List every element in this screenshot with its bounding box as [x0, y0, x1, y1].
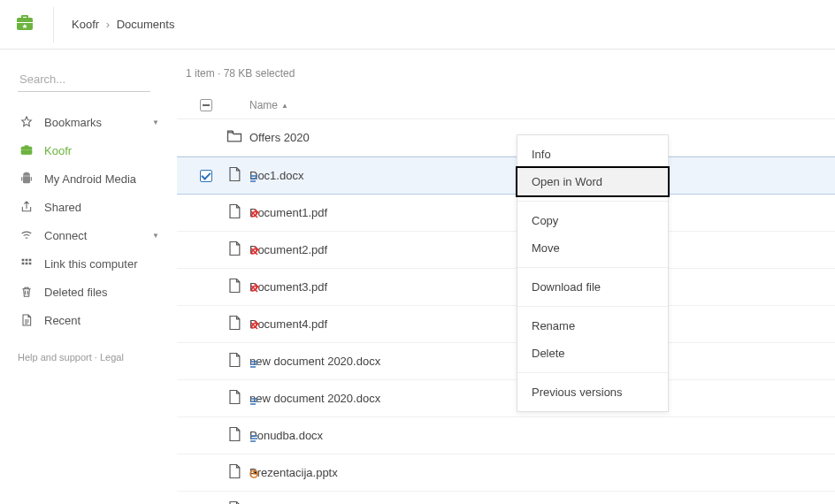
- sidebar-item-shared[interactable]: Shared: [18, 193, 159, 221]
- table-row[interactable]: Doc1.docx: [177, 157, 835, 195]
- sidebar-item-label: Recent: [44, 314, 159, 327]
- legal-link[interactable]: Legal: [100, 352, 124, 363]
- menu-item-rename[interactable]: Rename: [517, 312, 668, 340]
- menu-item-download[interactable]: Download file: [517, 273, 668, 301]
- menu-item-info[interactable]: Info: [517, 141, 668, 168]
- menu-item-copy[interactable]: Copy: [517, 207, 668, 234]
- briefcase-icon: [18, 143, 35, 157]
- table-row[interactable]: new document 2020.docx: [177, 343, 835, 380]
- content-area: 1 item · 78 KB selected Name ▲ Offers 20…: [177, 50, 835, 504]
- sidebar-item-label: Shared: [44, 201, 159, 214]
- wifi-icon: [18, 228, 35, 242]
- sidebar-item-label: Deleted files: [44, 286, 159, 299]
- footer-links: Help and support · Legal: [18, 352, 159, 363]
- breadcrumb-current: Documents: [117, 18, 175, 31]
- menu-item-open-word[interactable]: Open in Word: [517, 168, 668, 195]
- sidebar-item-label: Link this computer: [44, 257, 159, 271]
- sidebar-item-label: My Android Media: [44, 172, 159, 186]
- table-row[interactable]: ScanPro 15 Sep 2020 14.43.pdf: [177, 492, 835, 504]
- sidebar-item-link[interactable]: Link this computer: [18, 249, 159, 278]
- file-pdf-icon: [226, 276, 243, 298]
- sort-by-name[interactable]: Name ▲: [249, 99, 826, 111]
- file-docx-icon: [226, 350, 243, 372]
- table-row[interactable]: Document2.pdf: [177, 232, 835, 269]
- sidebar-item-android[interactable]: My Android Media: [18, 164, 159, 193]
- chevron-right-icon: ›: [106, 18, 110, 31]
- table-row[interactable]: Document4.pdf: [177, 306, 835, 343]
- recent-icon: [18, 313, 35, 327]
- selection-status: 1 item · 78 KB selected: [177, 67, 835, 92]
- sort-asc-icon: ▲: [281, 102, 288, 110]
- file-pptx-icon: [226, 462, 243, 484]
- menu-item-move[interactable]: Move: [517, 234, 668, 262]
- sidebar-item-bookmarks[interactable]: Bookmarks▼: [18, 108, 159, 136]
- grid-icon: [18, 256, 35, 271]
- file-pdf-icon: [226, 239, 243, 261]
- file-pdf-icon: [226, 313, 243, 335]
- android-icon: [18, 172, 35, 186]
- select-all-checkbox[interactable]: [200, 99, 212, 111]
- file-name: Prezentacija.pptx: [249, 466, 826, 479]
- context-menu: InfoOpen in WordCopyMoveDownload fileRen…: [517, 134, 669, 412]
- breadcrumb: Koofr › Documents: [72, 18, 174, 31]
- file-docx-icon: [226, 387, 243, 409]
- table-row[interactable]: Document3.pdf: [177, 269, 835, 306]
- file-pdf-icon: [226, 202, 243, 224]
- trash-icon: [18, 285, 35, 299]
- chevron-down-icon: ▼: [152, 118, 159, 126]
- sidebar-item-label: Koofr: [44, 144, 159, 157]
- sidebar-item-recent[interactable]: Recent: [18, 306, 159, 334]
- row-checkbox[interactable]: [200, 170, 212, 182]
- table-row[interactable]: new document 2020.docx: [177, 380, 835, 417]
- table-row[interactable]: Ponudba.docx: [177, 417, 835, 454]
- file-pdf-icon: [226, 499, 243, 504]
- star-icon: [18, 115, 35, 129]
- breadcrumb-root[interactable]: Koofr: [72, 18, 99, 31]
- sidebar-item-label: Connect: [44, 229, 152, 242]
- search-input[interactable]: [18, 67, 150, 92]
- table-row[interactable]: Document1.pdf: [177, 195, 835, 232]
- sidebar-item-koofr[interactable]: Koofr: [18, 136, 159, 164]
- menu-item-delete[interactable]: Delete: [517, 340, 668, 367]
- help-link[interactable]: Help and support: [18, 352, 92, 363]
- file-name: Ponudba.docx: [249, 429, 826, 442]
- table-row[interactable]: Offers 2020: [177, 119, 835, 157]
- sidebar-item-deleted[interactable]: Deleted files: [18, 278, 159, 306]
- share-icon: [18, 200, 35, 214]
- app-header: Koofr › Documents: [0, 0, 835, 50]
- app-logo[interactable]: [14, 7, 54, 42]
- sidebar-item-label: Bookmarks: [44, 116, 152, 129]
- sidebar: Bookmarks▼KoofrMy Android MediaSharedCon…: [0, 50, 177, 504]
- folder-icon: [226, 126, 243, 149]
- list-header: Name ▲: [177, 92, 835, 119]
- briefcase-icon: [14, 12, 35, 36]
- file-docx-icon: [226, 164, 243, 187]
- file-docx-icon: [226, 424, 243, 447]
- menu-item-versions[interactable]: Previous versions: [517, 378, 668, 406]
- sidebar-item-connect[interactable]: Connect▼: [18, 221, 159, 249]
- chevron-down-icon: ▼: [152, 232, 159, 240]
- table-row[interactable]: Prezentacija.pptx: [177, 454, 835, 492]
